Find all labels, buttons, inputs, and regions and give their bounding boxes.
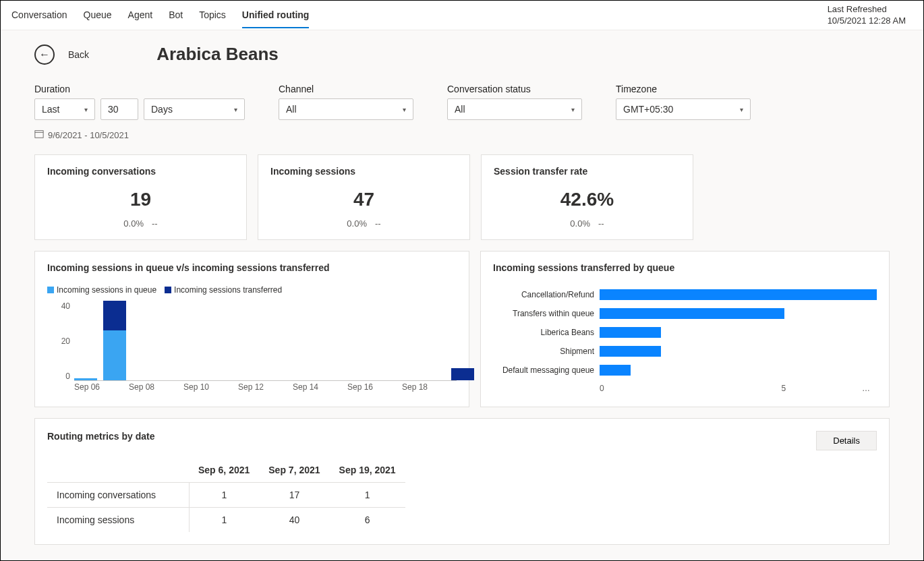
kpi-value: 47	[270, 189, 457, 210]
table-cell: 17	[259, 483, 329, 508]
hbar-label: Shipment	[493, 347, 594, 356]
tab-bot[interactable]: Bot	[169, 3, 183, 28]
hbar-label: Transfers within queue	[493, 309, 594, 318]
table-cell: 1	[189, 483, 259, 508]
last-refreshed: Last Refreshed 10/5/2021 12:28 AM	[828, 4, 913, 27]
hbar	[600, 289, 877, 300]
y-tick: 0	[47, 372, 70, 381]
metrics-title: Routing metrics by date	[47, 431, 877, 442]
y-tick: 20	[47, 336, 70, 346]
back-button[interactable]: ←	[34, 45, 55, 65]
y-tick: 40	[47, 301, 70, 311]
kpi-title: Incoming sessions	[270, 166, 457, 177]
duration-relative-select[interactable]: Last ▾	[34, 98, 95, 120]
row-header: Incoming conversations	[47, 483, 189, 508]
kpi-value: 42.6%	[494, 189, 681, 210]
arrow-left-icon: ←	[39, 49, 50, 61]
tab-agent[interactable]: Agent	[128, 3, 153, 28]
tab-unified-routing[interactable]: Unified routing	[242, 3, 310, 28]
bar-column	[74, 378, 97, 380]
bar-segment-in-queue	[74, 378, 97, 380]
table-row: Incoming sessions 1 40 6	[47, 508, 405, 533]
bar-segment-transferred	[103, 301, 126, 330]
chevron-down-icon: ▾	[571, 106, 575, 113]
duration-count-select[interactable]: 30	[100, 98, 138, 120]
bar-segment-transferred	[451, 368, 474, 380]
metrics-table: Sep 6, 2021 Sep 7, 2021 Sep 19, 2021 Inc…	[47, 458, 405, 532]
hbar-label: Default messaging queue	[493, 365, 594, 375]
table-col-header: Sep 7, 2021	[259, 458, 329, 483]
hbar-label: Cancellation/Refund	[493, 290, 594, 299]
status-select[interactable]: All ▾	[447, 98, 582, 120]
tab-queue[interactable]: Queue	[84, 3, 112, 28]
chart-transferred-by-queue: Incoming sessions transferred by queue C…	[480, 251, 890, 407]
bar-column	[103, 301, 126, 380]
chart-sessions-vs-transferred: Incoming sessions in queue v/s incoming …	[34, 251, 469, 407]
table-cell: 1	[189, 508, 259, 533]
x-tick: Sep 06	[74, 382, 129, 396]
duration-relative-value: Last	[42, 104, 59, 115]
kpi-delta-pct: 0.0%	[123, 218, 144, 229]
table-col-header: Sep 6, 2021	[189, 458, 259, 483]
table-col-header: Sep 19, 2021	[330, 458, 405, 483]
tab-topics[interactable]: Topics	[199, 3, 226, 28]
hbar-row: Shipment	[493, 342, 877, 361]
duration-label: Duration	[34, 84, 245, 94]
hbar	[600, 308, 784, 319]
duration-count-value: 30	[108, 104, 119, 115]
timezone-label: Timezone	[616, 84, 751, 94]
channel-value: All	[286, 104, 297, 115]
details-button[interactable]: Details	[816, 431, 877, 450]
hbar-row: Liberica Beans	[493, 323, 877, 342]
hbar-row: Default messaging queue	[493, 361, 877, 380]
kpi-title: Incoming conversations	[47, 166, 234, 177]
chevron-down-icon: ▾	[84, 106, 88, 113]
hbar	[600, 327, 661, 338]
hbar-row: Cancellation/Refund	[493, 285, 877, 304]
x-tick: Sep 16	[347, 382, 402, 396]
x-tick: 0	[600, 384, 604, 393]
routing-metrics-card: Routing metrics by date Details Sep 6, 2…	[34, 418, 890, 545]
kpi-title: Session transfer rate	[494, 166, 681, 177]
last-refreshed-label: Last Refreshed	[828, 4, 906, 16]
bar-segment-in-queue	[103, 330, 126, 380]
kpi-delta-dir: --	[598, 218, 604, 229]
duration-unit-value: Days	[151, 104, 173, 115]
status-label: Conversation status	[447, 84, 582, 94]
hbar-row: Transfers within queue	[493, 304, 877, 323]
x-tick-ellipsis: …	[862, 384, 870, 393]
hbar	[600, 346, 661, 357]
legend-in-queue: Incoming sessions in queue	[47, 285, 156, 295]
timezone-value: GMT+05:30	[623, 104, 673, 115]
legend-label: Incoming sessions in queue	[57, 285, 156, 295]
x-tick: Sep 18	[402, 382, 457, 396]
plot-area: Cancellation/RefundTransfers within queu…	[493, 285, 877, 380]
x-tick: Sep 12	[238, 382, 293, 396]
duration-unit-select[interactable]: Days ▾	[144, 98, 245, 120]
last-refreshed-value: 10/5/2021 12:28 AM	[828, 16, 906, 27]
kpi-value: 19	[47, 189, 234, 210]
kpi-incoming-sessions: Incoming sessions 47 0.0%--	[258, 154, 470, 240]
back-label[interactable]: Back	[68, 49, 89, 60]
channel-label: Channel	[279, 84, 413, 94]
tab-conversation[interactable]: Conversation	[11, 3, 67, 28]
timezone-select[interactable]: GMT+05:30 ▾	[616, 98, 751, 120]
channel-select[interactable]: All ▾	[279, 98, 413, 120]
hbar-label: Liberica Beans	[493, 328, 594, 337]
hbar	[600, 365, 631, 376]
bar-column	[451, 368, 474, 380]
chart-title: Incoming sessions transferred by queue	[493, 262, 877, 273]
x-tick: Sep 14	[293, 382, 347, 396]
kpi-delta-pct: 0.0%	[570, 218, 590, 229]
row-header: Incoming sessions	[47, 508, 189, 533]
kpi-incoming-conversations: Incoming conversations 19 0.0%--	[34, 154, 247, 240]
date-range-text: 9/6/2021 - 10/5/2021	[48, 130, 129, 140]
legend-swatch-icon	[165, 287, 171, 293]
table-cell: 6	[330, 508, 405, 533]
chart-title: Incoming sessions in queue v/s incoming …	[47, 262, 457, 273]
top-tabbar: Conversation Queue Agent Bot Topics Unif…	[1, 1, 923, 30]
kpi-delta-pct: 0.0%	[347, 218, 367, 229]
page-title: Arabica Beans	[156, 44, 279, 65]
legend-transferred: Incoming sessions transferred	[165, 285, 282, 295]
svg-rect-0	[35, 131, 43, 138]
